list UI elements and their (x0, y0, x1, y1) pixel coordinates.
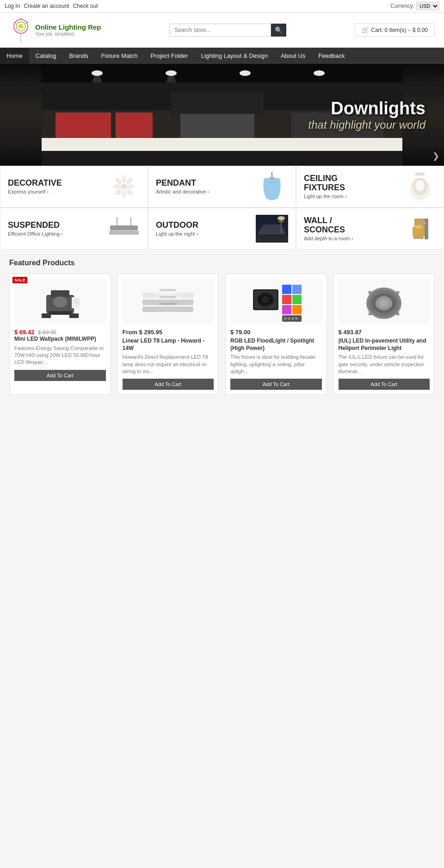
cat-img-pendant (256, 173, 288, 200)
cat-img-decorative (108, 173, 140, 200)
cat-img-outdoor (256, 215, 288, 243)
nav-catalog[interactable]: Catalog (29, 48, 63, 64)
nav-fixture-match[interactable]: Fixture Match (95, 48, 144, 64)
product-img-1 (14, 279, 106, 325)
nav-about-us[interactable]: About Us (274, 48, 312, 64)
product-desc-3: This fixture is ideal for building facad… (230, 354, 322, 375)
nav-brands[interactable]: Brands (63, 48, 95, 64)
category-wall-sconces[interactable]: WALL /SCONCES Add depth to a room › (296, 208, 444, 250)
svg-point-97 (396, 291, 399, 294)
category-pendant[interactable]: PENDANT Artistic and decorative › (148, 166, 296, 207)
add-to-cart-btn-1[interactable]: Add To Cart (14, 370, 106, 381)
create-account-link[interactable]: Create an account (24, 3, 69, 9)
main-nav: Home Catalog Brands Fixture Match Projec… (0, 48, 444, 64)
svg-point-30 (125, 177, 133, 185)
logo-icon (9, 17, 32, 43)
svg-point-79 (262, 297, 269, 302)
nav-feedback[interactable]: Feedback (312, 48, 351, 64)
svg-point-10 (166, 70, 177, 76)
svg-rect-52 (425, 219, 428, 239)
cart-icon: 🛒 (362, 26, 369, 33)
svg-point-28 (126, 184, 135, 189)
svg-point-57 (415, 225, 422, 229)
cat-img-suspended (108, 215, 140, 243)
nav-home[interactable]: Home (0, 48, 29, 64)
search-input[interactable] (169, 24, 271, 37)
product-card-3: $ 79.00 RGB LED FloodLight / Spotlight (… (225, 274, 327, 395)
svg-rect-71 (142, 306, 193, 312)
product-price-sale-1: $ 69.42 (14, 329, 34, 336)
login-link[interactable]: Log In (5, 3, 20, 9)
svg-point-29 (114, 177, 122, 185)
svg-rect-83 (292, 295, 302, 304)
svg-point-98 (369, 312, 371, 315)
svg-point-38 (415, 180, 425, 191)
svg-rect-35 (415, 173, 425, 175)
hero-next-arrow[interactable]: ❯ (432, 151, 439, 161)
product-price-3: $ 79.00 (230, 329, 322, 336)
add-to-cart-btn-4[interactable]: Add To Cart (339, 379, 430, 390)
svg-rect-80 (282, 285, 291, 294)
add-to-cart-btn-2[interactable]: Add To Cart (123, 379, 214, 390)
svg-rect-81 (292, 285, 302, 294)
svg-rect-48 (263, 225, 281, 228)
featured-section: Featured Products SALE (0, 250, 444, 404)
svg-line-4 (27, 30, 28, 31)
logo[interactable]: Online Lighting Rep Your job, simplified… (9, 17, 101, 43)
cat-img-wall-sconces (404, 215, 436, 243)
currency-label: Currency: (390, 3, 414, 9)
svg-point-87 (284, 317, 287, 320)
product-img-2: HOWARD HOWARD HOWARD (123, 279, 214, 325)
svg-rect-82 (282, 295, 291, 304)
svg-rect-85 (292, 305, 302, 314)
svg-rect-61 (42, 313, 51, 318)
product-card-1: SALE $ 69.42 $ 89.95 (9, 274, 111, 395)
category-grid-row2: SUSPENDED Efficient Office Lighting › OU… (0, 207, 444, 250)
featured-title: Featured Products (9, 259, 435, 267)
svg-point-32 (125, 188, 133, 196)
cat-name-wall-sconces: WALL /SCONCES (304, 216, 404, 235)
hero-subtitle: that highlight your world (0, 119, 426, 131)
category-grid-row1: DECORATIVE Express yourself › PENDANT Ar… (0, 166, 444, 207)
product-desc-4: The IUL-L LED fixture can be used for ga… (339, 354, 430, 375)
product-name-1: Mini LED Wallpack (MINILWPP) (14, 336, 106, 343)
search-button[interactable]: 🔍 (271, 24, 286, 37)
product-name-3: RGB LED FloodLight / Spotlight (High Pow… (230, 337, 322, 352)
nav-lighting-layout[interactable]: Lighting Layout & Design (194, 48, 274, 64)
product-price-2: From $ 295.95 (123, 329, 214, 336)
cart-widget[interactable]: 🛒 Cart: 0 item(s) – $ 0.00 (355, 23, 435, 37)
cat-name-suspended: SUSPENDED (8, 221, 108, 230)
currency-dropdown[interactable]: USD (416, 2, 439, 10)
add-to-cart-btn-3[interactable]: Add To Cart (230, 379, 322, 390)
product-card-2: HOWARD HOWARD HOWARD From $ 295.95 Linea… (117, 274, 219, 395)
svg-rect-42 (109, 231, 139, 235)
svg-rect-17 (42, 138, 402, 152)
cat-name-decorative: DECORATIVE (8, 179, 108, 188)
nav-project-folder[interactable]: Project Folder (144, 48, 194, 64)
cat-img-ceiling (404, 173, 436, 200)
product-desc-2: Howard's Direct Replacement LED T8 lamp … (123, 354, 214, 375)
logo-title: Online Lighting Rep (35, 23, 101, 31)
product-name-4: (IUL) LED In-pavement Utility and Helipo… (339, 337, 430, 352)
svg-text:HOWARD: HOWARD (160, 295, 176, 299)
logo-text: Online Lighting Rep Your job, simplified… (35, 23, 101, 37)
product-price-orig-1: $ 89.95 (38, 329, 56, 336)
category-ceiling[interactable]: CEILINGFIXTURES Light up the room › (296, 166, 444, 207)
checkout-link[interactable]: Check out (73, 3, 98, 9)
svg-point-11 (240, 70, 251, 76)
svg-rect-62 (69, 313, 79, 318)
currency-selector: Currency: USD (390, 2, 439, 10)
category-decorative[interactable]: DECORATIVE Express yourself › (0, 166, 148, 207)
cat-sub-wall-sconces: Add depth to a room › (304, 236, 404, 241)
svg-point-88 (288, 317, 290, 320)
svg-point-89 (291, 317, 294, 320)
product-card-4: $ 493.87 (IUL) LED In-pavement Utility a… (333, 274, 435, 395)
svg-point-27 (113, 184, 122, 189)
category-outdoor[interactable]: OUTDOOR Light up the night › (148, 208, 296, 250)
product-img-4 (339, 279, 430, 325)
svg-point-31 (114, 188, 122, 196)
products-grid: SALE $ 69.42 $ 89.95 (9, 274, 435, 395)
svg-rect-47 (260, 228, 284, 231)
category-suspended[interactable]: SUSPENDED Efficient Office Lighting › (0, 208, 148, 250)
svg-line-3 (27, 22, 28, 23)
